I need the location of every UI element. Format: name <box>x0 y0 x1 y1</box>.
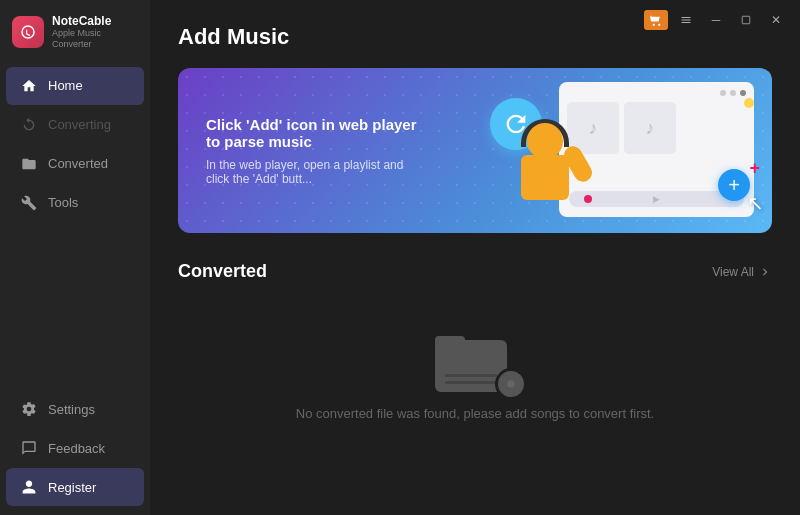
tools-icon <box>20 194 38 212</box>
converted-icon <box>20 155 38 173</box>
banner: Click 'Add' icon in web player to parse … <box>178 68 772 233</box>
logo-icon <box>12 16 44 48</box>
svg-point-1 <box>507 380 515 388</box>
sidebar-item-register-label: Register <box>48 480 96 495</box>
accent-dot-pink <box>584 195 592 203</box>
empty-folder-icon <box>435 322 515 392</box>
cursor-icon: ↖ <box>747 191 764 215</box>
character-figure <box>507 123 587 233</box>
folder-line-2 <box>445 381 497 384</box>
dot2 <box>730 90 736 96</box>
titlebar: ─ ✕ <box>644 10 788 30</box>
app-logo: NoteCable Apple Music Converter <box>0 0 150 62</box>
sidebar-item-tools[interactable]: Tools <box>6 184 144 222</box>
home-icon <box>20 77 38 95</box>
sidebar-bottom: Settings Feedback Register <box>0 389 150 515</box>
add-button-icon: + <box>718 169 750 201</box>
sidebar-item-feedback-label: Feedback <box>48 441 105 456</box>
menu-button[interactable] <box>674 10 698 30</box>
sidebar-item-converted[interactable]: Converted <box>6 145 144 183</box>
cart-button[interactable] <box>644 10 668 30</box>
player-bar: ▶ <box>569 191 744 207</box>
accent-dot-yellow <box>744 98 754 108</box>
converting-icon <box>20 116 38 134</box>
banner-title: Click 'Add' icon in web player to parse … <box>206 116 424 150</box>
sidebar-item-converting-label: Converting <box>48 117 111 132</box>
logo-text: NoteCable Apple Music Converter <box>52 14 138 50</box>
empty-state: No converted file was found, please add … <box>178 302 772 431</box>
sidebar: NoteCable Apple Music Converter Home Con… <box>0 0 150 515</box>
play-icon: ▶ <box>653 194 660 204</box>
folder-line-1 <box>445 374 497 377</box>
empty-message: No converted file was found, please add … <box>296 406 654 421</box>
banner-content: Click 'Add' icon in web player to parse … <box>178 92 452 210</box>
minimize-button[interactable]: ─ <box>704 10 728 30</box>
folder-circle <box>495 368 527 400</box>
sidebar-item-settings[interactable]: Settings <box>6 390 144 428</box>
view-all-label: View All <box>712 265 754 279</box>
dot3 <box>740 90 746 96</box>
screen-topbar <box>567 90 746 96</box>
sidebar-item-home-label: Home <box>48 78 83 93</box>
app-subtitle: Apple Music Converter <box>52 28 138 50</box>
sidebar-item-tools-label: Tools <box>48 195 78 210</box>
svg-rect-0 <box>742 16 750 24</box>
banner-subtitle: In the web player, open a playlist and c… <box>206 158 424 186</box>
screen-col2: ♪ <box>624 102 676 154</box>
converted-section-header: Converted View All <box>178 261 772 282</box>
app-name: NoteCable <box>52 14 138 28</box>
feedback-icon <box>20 439 38 457</box>
sidebar-item-home[interactable]: Home <box>6 67 144 105</box>
view-all-button[interactable]: View All <box>712 265 772 279</box>
sidebar-item-feedback[interactable]: Feedback <box>6 429 144 467</box>
view-all-icon <box>758 265 772 279</box>
folder-circle-icon <box>502 375 520 393</box>
main-content: ─ ✕ Add Music Click 'Add' icon in web pl… <box>150 0 800 515</box>
char-head <box>527 123 563 159</box>
sidebar-item-settings-label: Settings <box>48 402 95 417</box>
sidebar-item-register[interactable]: Register <box>6 468 144 506</box>
char-body <box>521 155 569 200</box>
settings-icon <box>20 400 38 418</box>
register-icon <box>20 478 38 496</box>
sidebar-item-converting: Converting <box>6 106 144 144</box>
converted-title: Converted <box>178 261 267 282</box>
close-button[interactable]: ✕ <box>764 10 788 30</box>
sidebar-item-converted-label: Converted <box>48 156 108 171</box>
maximize-button[interactable] <box>734 10 758 30</box>
sidebar-nav: Home Converting Converted <box>0 62 150 389</box>
folder-lines <box>445 374 497 384</box>
accent-plus-pink: + <box>749 158 760 179</box>
dot1 <box>720 90 726 96</box>
banner-illustration: ♪ ♪ ▶ <box>452 68 772 233</box>
thumb2: ♪ <box>624 102 676 154</box>
screen-content: ♪ ♪ <box>567 102 746 154</box>
